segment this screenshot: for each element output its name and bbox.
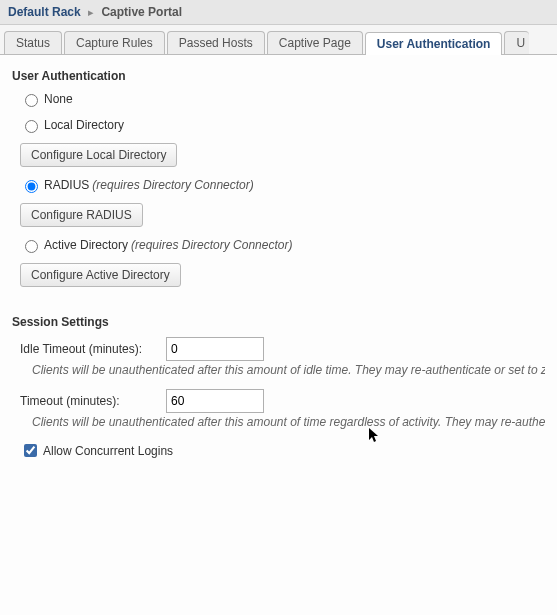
timeout-label: Timeout (minutes):	[20, 394, 166, 408]
tab-truncated[interactable]: U	[504, 31, 529, 54]
auth-radius-row: RADIUS (requires Directory Connector)	[20, 177, 545, 193]
auth-local-radio[interactable]	[25, 120, 38, 133]
configure-radius-button[interactable]: Configure RADIUS	[20, 203, 143, 227]
session-settings-title: Session Settings	[12, 315, 545, 329]
auth-none-row: None	[20, 91, 545, 107]
content-pane: User Authentication None Local Directory…	[0, 55, 557, 470]
idle-timeout-help: Clients will be unauthenticated after th…	[32, 363, 545, 377]
tab-user-authentication[interactable]: User Authentication	[365, 32, 503, 55]
tab-capture-rules[interactable]: Capture Rules	[64, 31, 165, 54]
idle-timeout-input[interactable]	[166, 337, 264, 361]
allow-concurrent-row: Allow Concurrent Logins	[20, 441, 545, 460]
tab-status[interactable]: Status	[4, 31, 62, 54]
chevron-right-icon: ▸	[88, 6, 94, 18]
breadcrumb: Default Rack ▸ Captive Portal	[0, 0, 557, 25]
idle-timeout-row: Idle Timeout (minutes):	[20, 337, 545, 361]
auth-none-label: None	[44, 92, 73, 106]
allow-concurrent-checkbox[interactable]	[24, 444, 37, 457]
auth-local-row: Local Directory	[20, 117, 545, 133]
user-authentication-title: User Authentication	[12, 69, 545, 83]
auth-ad-label: Active Directory	[44, 238, 128, 252]
tab-passed-hosts[interactable]: Passed Hosts	[167, 31, 265, 54]
auth-radius-label: RADIUS	[44, 178, 89, 192]
tab-captive-page[interactable]: Captive Page	[267, 31, 363, 54]
allow-concurrent-label: Allow Concurrent Logins	[43, 444, 173, 458]
auth-ad-radio[interactable]	[25, 240, 38, 253]
timeout-input[interactable]	[166, 389, 264, 413]
breadcrumb-portal: Captive Portal	[101, 5, 182, 19]
breadcrumb-rack[interactable]: Default Rack	[8, 5, 81, 19]
tab-bar: Status Capture Rules Passed Hosts Captiv…	[0, 25, 557, 55]
auth-radius-radio[interactable]	[25, 180, 38, 193]
auth-local-label: Local Directory	[44, 118, 124, 132]
timeout-row: Timeout (minutes):	[20, 389, 545, 413]
configure-active-directory-button[interactable]: Configure Active Directory	[20, 263, 181, 287]
auth-ad-row: Active Directory (requires Directory Con…	[20, 237, 545, 253]
auth-radius-hint: (requires Directory Connector)	[92, 178, 253, 192]
auth-none-radio[interactable]	[25, 94, 38, 107]
configure-local-directory-button[interactable]: Configure Local Directory	[20, 143, 177, 167]
idle-timeout-label: Idle Timeout (minutes):	[20, 342, 166, 356]
timeout-help: Clients will be unauthenticated after th…	[32, 415, 545, 429]
auth-ad-hint: (requires Directory Connector)	[131, 238, 292, 252]
